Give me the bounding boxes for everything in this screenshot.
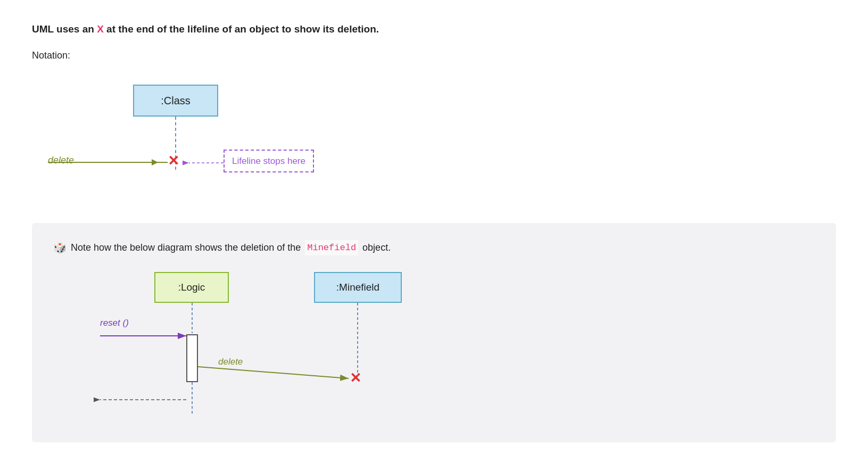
logic-box: :Logic: [154, 272, 229, 303]
note-icon: 🎲: [53, 239, 67, 256]
delete-label: delete: [48, 153, 74, 168]
note-box: 🎲 Note how the below diagram shows the d…: [32, 223, 836, 442]
note-intro: Note how the below diagram shows the del…: [71, 240, 301, 255]
minefield-code: Minefield: [305, 240, 358, 255]
activation-box: [186, 334, 198, 382]
minefield-box-label: :Minefield: [336, 279, 379, 295]
minefield-box: :Minefield: [314, 272, 402, 303]
class-box-label: :Class: [161, 92, 191, 109]
logic-box-label: :Logic: [178, 279, 205, 295]
diagram2: :Logic :Minefield reset () delete ✕: [53, 272, 426, 421]
notation-diagram: :Class delete ✕ Lifeline stops here: [32, 79, 378, 202]
lifeline-stops-box: Lifeline stops here: [224, 150, 314, 172]
delete-label2: delete: [218, 354, 243, 369]
reset-label: reset (): [100, 316, 129, 330]
note-end: object.: [362, 240, 391, 255]
delete-arrow: [48, 162, 168, 163]
note-header: 🎲 Note how the below diagram shows the d…: [53, 239, 815, 256]
x-cross2: ✕: [350, 371, 361, 385]
class-box: :Class: [133, 85, 218, 117]
notation-label: Notation:: [32, 48, 836, 63]
header-intro: UML uses an: [32, 23, 94, 35]
lifeline-stops-label: Lifeline stops here: [232, 156, 305, 166]
header-text: UML uses an X at the end of the lifeline…: [32, 21, 836, 37]
x-marker: X: [97, 23, 104, 35]
x-cross-notation: ✕: [168, 154, 179, 168]
header-rest: at the end of the lifeline of an object …: [106, 23, 379, 35]
